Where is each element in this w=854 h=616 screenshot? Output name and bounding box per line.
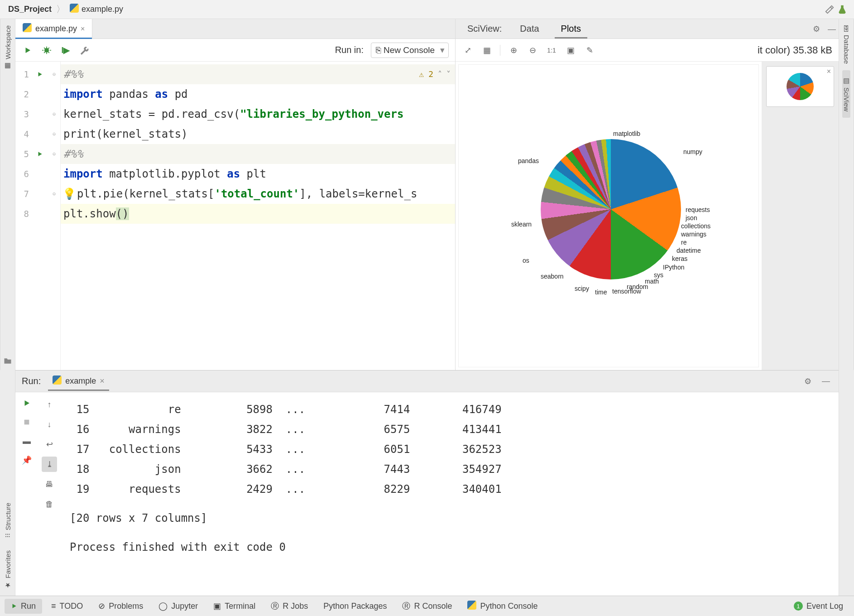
plot-thumbnail[interactable]: × [766,66,834,107]
editor-tab-label: example.py [35,24,77,34]
scroll-to-end-icon[interactable]: ⤓ [42,457,57,472]
stop-icon[interactable] [20,416,33,428]
warning-count: 2 [428,64,433,84]
run-config-tab[interactable]: example × [46,372,111,390]
status-problems-button[interactable]: ⊘Problems [92,598,149,614]
wrench-icon[interactable] [79,44,91,56]
beaker-icon[interactable] [836,3,849,16]
status-pypkg-button[interactable]: Python Packages [317,599,393,614]
status-run-button[interactable]: Run [5,599,42,614]
breadcrumb-file[interactable]: example.py [67,4,126,15]
edit-icon[interactable] [823,3,836,16]
close-icon[interactable]: × [827,67,831,76]
status-todo-button[interactable]: ≡TODO [45,599,89,614]
right-tool-strip-lower [839,370,854,596]
soft-wrap-icon[interactable]: ↩ [42,437,57,452]
pie-label: os [523,257,529,264]
pie-label: collections [681,222,710,230]
database-tool-button[interactable]: 🗄 Database [843,19,850,70]
status-rjobs-button[interactable]: ⓇR Jobs [264,598,314,614]
actual-size-icon[interactable]: 1:1 [546,44,557,56]
pie-label: seaborn [541,273,564,280]
console-select[interactable]: ⎘ New Console ▾ [371,43,449,58]
editor-tab-example[interactable]: example.py × [15,19,92,38]
next-warning-icon[interactable]: ˅ [446,64,451,84]
fit-icon[interactable]: ⤢ [462,44,474,56]
status-bar: Run ≡TODO ⊘Problems ◯Jupyter ▣Terminal Ⓡ… [0,596,854,616]
sciview-tool-button[interactable]: ▤ SciView [842,70,850,118]
code-editor[interactable]: 12345678 ⊖⊖⊖⊖⊖ ⚠ 2 ˄ ˅ #%%import pandas … [15,62,455,370]
pie-label: warnings [681,231,706,238]
plot-thumbnails: × [762,62,839,370]
gear-icon[interactable]: ⚙ [801,375,814,388]
close-icon[interactable]: × [81,25,85,33]
up-icon[interactable]: ↑ [42,397,57,412]
sciview-tab-data[interactable]: Data [510,19,549,38]
pie-label: requests [686,206,710,213]
editor-tabs: example.py × [15,19,455,39]
status-rconsole-button[interactable]: ⓇR Console [396,598,458,614]
pie-chart: matplotlib numpy pandas sklearn os seabo… [513,125,704,307]
project-icon[interactable] [3,356,12,370]
pie-label: sys [654,271,663,279]
workspace-label: Workspace [4,25,12,59]
sciview-tab-plots[interactable]: Plots [551,19,591,38]
eyedropper-icon[interactable]: ✎ [584,44,595,56]
run-mid-toolbar: ↑ ↓ ↩ ⤓ 🖶 🗑 [38,392,61,596]
rerun-icon[interactable] [20,397,33,409]
line-numbers: 12345678 [15,62,32,370]
down-icon[interactable]: ↓ [42,417,57,432]
pie-label: datetime [676,247,701,254]
status-terminal-button[interactable]: ▣Terminal [207,598,262,614]
run-icon[interactable] [22,44,34,56]
pie-label: json [686,214,697,221]
run-title: Run: [22,376,41,386]
code-content[interactable]: ⚠ 2 ˄ ˅ #%%import pandas as pdkernel_sta… [61,62,455,370]
pie-label: scipy [575,285,589,292]
plot-canvas[interactable]: matplotlib numpy pandas sklearn os seabo… [458,64,759,367]
zoom-out-icon[interactable]: ⊖ [527,44,538,56]
debug-icon[interactable] [41,44,53,56]
structure-icon: ⁝⁝ [4,533,12,538]
grid-icon[interactable]: ▦ [481,44,493,56]
new-console-icon: ⎘ [376,45,381,55]
favorites-tool-button[interactable]: ★ Favorites [4,544,12,596]
workspace-tool-button[interactable]: ▦ Workspace [4,19,12,77]
status-pyconsole-label: Python Console [480,602,537,611]
database-label: Database [843,35,850,64]
editor-area: example.py × I▶ Run in: ⎘ New Console ▾ … [15,19,455,370]
pie-label: re [681,239,686,246]
left-tool-strip: ▦ Workspace [0,19,15,370]
event-count-badge: 1 [794,602,803,611]
minimize-icon[interactable]: — [820,375,832,388]
structure-tool-button[interactable]: ⁝⁝ Structure [4,496,12,544]
pie-label: pandas [518,157,539,164]
run-left-toolbar: ▬ 📌 [15,392,38,596]
status-terminal-label: Terminal [225,602,255,611]
pie-label: numpy [683,148,702,155]
crop-icon[interactable]: ▣ [565,44,576,56]
prev-warning-icon[interactable]: ˄ [438,64,442,84]
status-eventlog-button[interactable]: 1 Event Log [787,599,849,614]
run-tool-window: Run: example × ⚙ — ▬ 📌 ↑ ↓ ↩ ⤓ 🖶 🗑 15 re… [15,370,839,596]
sciview-title: SciView: [461,19,508,38]
pin-icon[interactable]: 📌 [20,454,33,467]
status-pypkg-label: Python Packages [323,602,387,611]
close-icon[interactable]: × [100,376,105,386]
r-icon: Ⓡ [402,601,410,611]
zoom-in-icon[interactable]: ⊕ [508,44,519,56]
gear-icon[interactable]: ⚙ [810,22,823,36]
breadcrumb-project[interactable]: DS_Project [5,5,54,14]
inspection-indicator[interactable]: ⚠ 2 ˄ ˅ [419,64,451,84]
status-jupyter-button[interactable]: ◯Jupyter [152,598,204,614]
print-icon[interactable]: 🖶 [42,476,57,492]
minimize-icon[interactable]: — [825,22,839,36]
left-tool-strip-lower: ⁝⁝ Structure ★ Favorites [0,370,15,596]
editor-toolbar: I▶ Run in: ⎘ New Console ▾ [15,39,455,62]
run-cell-icon[interactable]: I▶ [60,44,72,56]
layout-icon[interactable]: ▬ [20,435,33,448]
run-output[interactable]: 15 re 5898 ... 7414 416749 16 warnings 3… [61,392,839,596]
status-pyconsole-button[interactable]: Python Console [461,598,544,615]
database-icon: 🗄 [843,25,850,32]
trash-icon[interactable]: 🗑 [42,496,57,512]
